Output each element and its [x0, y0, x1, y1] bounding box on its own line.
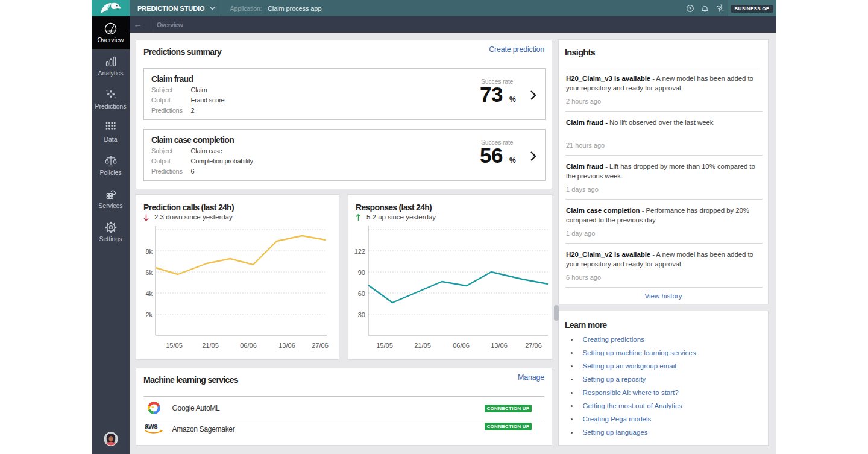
svg-text:06/06: 06/06: [453, 342, 470, 349]
svg-text:90: 90: [358, 269, 365, 276]
svg-text:15/05: 15/05: [376, 342, 393, 349]
svg-text:5.2 up since yesterday: 5.2 up since yesterday: [366, 213, 436, 221]
svg-text:27/06: 27/06: [312, 342, 329, 349]
svg-text:06/06: 06/06: [240, 342, 257, 349]
svg-text:Responses (last 24h): Responses (last 24h): [356, 203, 432, 212]
svg-text:4k: 4k: [145, 290, 153, 297]
svg-text:2.3 down since yesterday: 2.3 down since yesterday: [154, 213, 233, 221]
svg-text:6k: 6k: [145, 269, 153, 276]
svg-text:Prediction calls (last 24h): Prediction calls (last 24h): [143, 203, 234, 212]
svg-text:15/05: 15/05: [166, 342, 183, 349]
svg-text:aws: aws: [145, 422, 158, 430]
svg-text:60: 60: [358, 290, 365, 297]
svg-text:13/06: 13/06: [491, 342, 508, 349]
svg-text:21/05: 21/05: [202, 342, 219, 349]
svg-text:21/05: 21/05: [414, 342, 431, 349]
svg-text:30: 30: [358, 311, 365, 318]
svg-text:13/06: 13/06: [278, 342, 295, 349]
svg-text:8k: 8k: [145, 248, 153, 255]
svg-text:122: 122: [354, 248, 365, 255]
svg-text:2k: 2k: [145, 311, 153, 318]
svg-text:27/06: 27/06: [525, 342, 542, 349]
svg-text:?: ?: [689, 6, 692, 11]
